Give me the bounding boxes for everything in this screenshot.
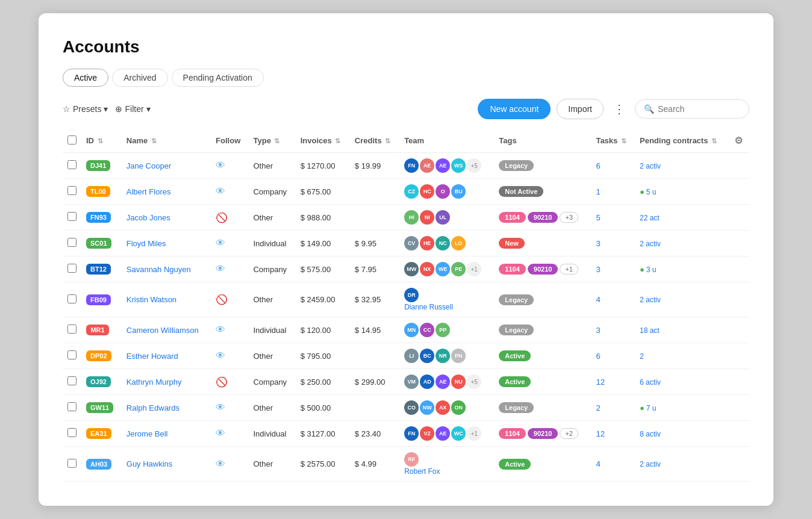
cell-pending-contracts[interactable]: 22 act <box>635 205 729 231</box>
cell-pending-contracts[interactable]: 18 act <box>635 317 729 343</box>
row-checkbox[interactable] <box>67 160 77 169</box>
cell-tasks[interactable]: 6 <box>591 343 635 369</box>
follow-icon[interactable]: 👁 <box>216 264 225 274</box>
tasks-link[interactable]: 6 <box>596 161 600 170</box>
follow-icon[interactable]: 👁 <box>216 238 225 248</box>
more-options-button[interactable]: ⋮ <box>610 99 629 119</box>
follow-icon[interactable]: 👁 <box>216 402 225 412</box>
cell-pending-contracts[interactable]: 2 <box>635 343 729 369</box>
cell-follow[interactable]: 🚫 <box>211 369 248 395</box>
tasks-link[interactable]: 5 <box>596 213 600 222</box>
cell-follow[interactable]: 👁 <box>211 343 248 369</box>
cell-pending-contracts[interactable]: ●7 u <box>635 395 729 421</box>
new-account-button[interactable]: New account <box>478 99 551 119</box>
tasks-link[interactable]: 6 <box>596 352 600 361</box>
cell-name[interactable]: Kathryn Murphy <box>122 369 211 395</box>
unfollow-icon[interactable]: 🚫 <box>216 213 228 223</box>
row-checkbox[interactable] <box>67 376 77 385</box>
search-input[interactable] <box>658 104 740 114</box>
cell-pending-contracts[interactable]: 2 activ <box>635 282 729 317</box>
cell-name[interactable]: Ralph Edwards <box>122 395 211 421</box>
cell-name[interactable]: Albert Flores <box>122 179 211 205</box>
tasks-link[interactable]: 3 <box>596 265 600 274</box>
follow-icon[interactable]: 👁 <box>216 325 225 335</box>
cell-tasks[interactable]: 4 <box>591 447 635 482</box>
tab-pending[interactable]: Pending Activation <box>172 69 264 87</box>
cell-tasks[interactable]: 12 <box>591 369 635 395</box>
cell-follow[interactable]: 👁 <box>211 421 248 447</box>
follow-icon[interactable]: 👁 <box>216 160 225 170</box>
presets-button[interactable]: ☆ Presets ▾ <box>63 104 108 114</box>
tasks-link[interactable]: 3 <box>596 239 600 248</box>
tasks-link[interactable]: 3 <box>596 326 600 335</box>
account-name-link[interactable]: Ralph Edwards <box>126 403 180 412</box>
account-name-link[interactable]: Jerome Bell <box>126 429 168 438</box>
row-checkbox[interactable] <box>67 325 77 334</box>
tasks-link[interactable]: 1 <box>596 187 600 196</box>
cell-pending-contracts[interactable]: 2 activ <box>635 231 729 256</box>
account-name-link[interactable]: Guy Hawkins <box>126 459 173 468</box>
row-checkbox[interactable] <box>67 350 77 359</box>
cell-name[interactable]: Savannah Nguyen <box>122 256 211 282</box>
cell-tasks[interactable]: 3 <box>591 231 635 256</box>
cell-tasks[interactable]: 5 <box>591 205 635 231</box>
account-name-link[interactable]: Jane Cooper <box>126 161 171 170</box>
cell-follow[interactable]: 👁 <box>211 179 248 205</box>
row-checkbox[interactable] <box>67 186 77 195</box>
cell-name[interactable]: Guy Hawkins <box>122 447 211 482</box>
cell-tasks[interactable]: 1 <box>591 179 635 205</box>
cell-follow[interactable]: 👁 <box>211 395 248 421</box>
account-name-link[interactable]: Cameron Williamson <box>126 326 199 335</box>
row-checkbox[interactable] <box>67 459 77 468</box>
row-checkbox[interactable] <box>67 238 77 247</box>
follow-icon[interactable]: 👁 <box>216 428 225 438</box>
follow-icon[interactable]: 👁 <box>216 459 225 469</box>
cell-name[interactable]: Jane Cooper <box>122 153 211 179</box>
unfollow-icon[interactable]: 🚫 <box>216 377 228 387</box>
row-checkbox[interactable] <box>67 402 77 411</box>
cell-name[interactable]: Kristin Watson <box>122 282 211 317</box>
cell-tasks[interactable]: 2 <box>591 395 635 421</box>
account-name-link[interactable]: Savannah Nguyen <box>126 265 191 274</box>
account-name-link[interactable]: Albert Flores <box>126 187 171 196</box>
cell-tasks[interactable]: 3 <box>591 317 635 343</box>
row-checkbox[interactable] <box>67 264 77 273</box>
tasks-link[interactable]: 2 <box>596 403 600 412</box>
tasks-link[interactable]: 12 <box>596 429 604 438</box>
cell-follow[interactable]: 👁 <box>211 317 248 343</box>
follow-icon[interactable]: 👁 <box>216 350 225 361</box>
follow-icon[interactable]: 👁 <box>216 186 225 196</box>
import-button[interactable]: Import <box>557 99 604 119</box>
cell-name[interactable]: Jerome Bell <box>122 421 211 447</box>
tasks-link[interactable]: 12 <box>596 378 604 387</box>
tasks-link[interactable]: 4 <box>596 295 600 304</box>
cell-name[interactable]: Esther Howard <box>122 343 211 369</box>
cell-tasks[interactable]: 12 <box>591 421 635 447</box>
cell-follow[interactable]: 🚫 <box>211 205 248 231</box>
cell-pending-contracts[interactable]: 8 activ <box>635 421 729 447</box>
cell-follow[interactable]: 🚫 <box>211 282 248 317</box>
filter-button[interactable]: ⊕ Filter ▾ <box>115 104 150 114</box>
row-checkbox[interactable] <box>67 428 77 437</box>
cell-pending-contracts[interactable]: ●5 u <box>635 179 729 205</box>
unfollow-icon[interactable]: 🚫 <box>216 294 228 305</box>
cell-follow[interactable]: 👁 <box>211 231 248 256</box>
cell-pending-contracts[interactable]: 6 activ <box>635 369 729 395</box>
account-name-link[interactable]: Floyd Miles <box>126 239 166 248</box>
cell-pending-contracts[interactable]: 2 activ <box>635 153 729 179</box>
cell-tasks[interactable]: 6 <box>591 153 635 179</box>
tab-active[interactable]: Active <box>63 69 108 87</box>
cell-name[interactable]: Floyd Miles <box>122 231 211 256</box>
account-name-link[interactable]: Jacob Jones <box>126 213 170 222</box>
cell-follow[interactable]: 👁 <box>211 447 248 482</box>
select-all-checkbox[interactable] <box>67 135 77 145</box>
cell-follow[interactable]: 👁 <box>211 153 248 179</box>
account-name-link[interactable]: Esther Howard <box>126 352 178 361</box>
header-settings[interactable]: ⚙ <box>729 129 749 153</box>
tab-archived[interactable]: Archived <box>112 69 167 87</box>
cell-name[interactable]: Cameron Williamson <box>122 317 211 343</box>
cell-tasks[interactable]: 3 <box>591 256 635 282</box>
cell-tasks[interactable]: 4 <box>591 282 635 317</box>
tasks-link[interactable]: 4 <box>596 459 600 468</box>
settings-icon[interactable]: ⚙ <box>734 135 743 146</box>
